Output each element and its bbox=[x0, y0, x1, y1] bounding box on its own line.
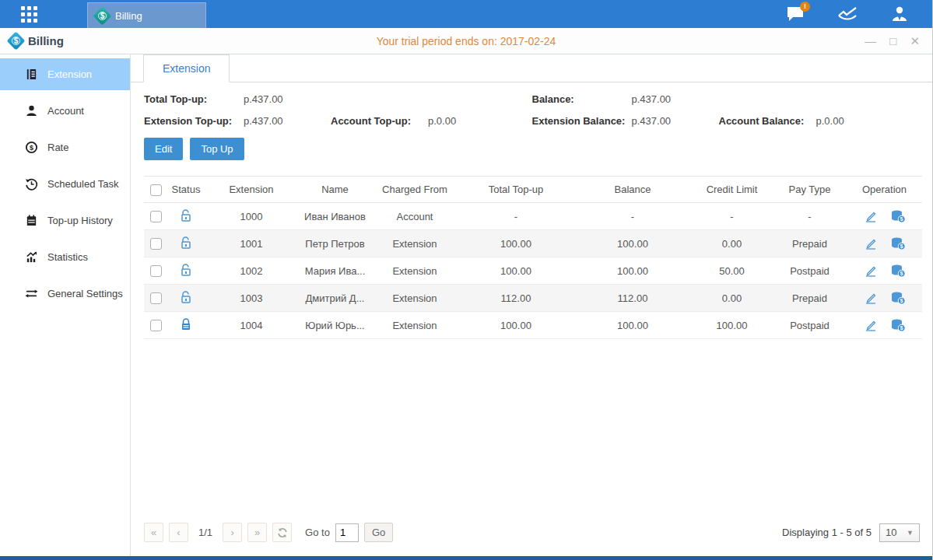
cell-charged-from: Extension bbox=[372, 230, 458, 257]
total-topup-value: p.437.00 bbox=[244, 93, 283, 105]
top-up-button[interactable]: Top Up bbox=[190, 138, 244, 160]
cell-name: Дмитрий Д... bbox=[298, 285, 372, 312]
summary-section: Total Top-up:p.437.00 Extension Top-up:p… bbox=[144, 93, 920, 127]
cell-balance: 112.00 bbox=[574, 285, 691, 312]
sidebar-item-rate[interactable]: $ Rate bbox=[0, 131, 130, 163]
edit-button[interactable]: Edit bbox=[144, 138, 183, 160]
table-row: 1000 Иван Иванов Account - - - - $ bbox=[144, 203, 922, 230]
col-status: Status bbox=[167, 177, 205, 203]
go-button[interactable]: Go bbox=[364, 523, 393, 542]
cell-charged-from: Extension bbox=[372, 312, 458, 339]
cell-pay-type: Postpaid bbox=[773, 257, 847, 285]
cell-balance: - bbox=[574, 203, 691, 230]
billing-window-icon: $ bbox=[6, 31, 25, 50]
cell-balance: 100.00 bbox=[574, 257, 691, 285]
window-title-group: $ Billing bbox=[0, 34, 64, 47]
unlocked-icon bbox=[180, 236, 192, 250]
line-chart-icon bbox=[837, 5, 858, 23]
dollar-circle-icon: $ bbox=[25, 141, 38, 154]
monitor-button[interactable] bbox=[837, 5, 858, 23]
balance-label: Balance: bbox=[532, 93, 632, 105]
cell-credit-limit: 0.00 bbox=[691, 285, 773, 312]
col-charged-from: Charged From bbox=[372, 177, 458, 203]
table-row: 1001 Петр Петров Extension 100.00 100.00… bbox=[144, 230, 922, 257]
main-panel: Extension Total Top-up:p.437.00 Extensio… bbox=[131, 54, 932, 556]
cell-name: Петр Петров bbox=[298, 230, 372, 257]
cell-pay-type: Prepaid bbox=[773, 230, 847, 257]
row-checkbox[interactable] bbox=[150, 265, 162, 277]
cell-name: Юрий Юрь... bbox=[298, 312, 372, 339]
account-button[interactable] bbox=[890, 5, 909, 23]
sidebar-item-statistics[interactable]: Statistics bbox=[0, 241, 130, 273]
extension-table: Status Extension Name Charged From Total… bbox=[144, 176, 922, 339]
first-page-button[interactable]: « bbox=[144, 523, 163, 542]
row-checkbox[interactable] bbox=[150, 238, 162, 250]
sidebar-item-label: General Settings bbox=[47, 288, 123, 299]
cell-total-topup: 100.00 bbox=[458, 257, 574, 285]
cell-extension: 1004 bbox=[205, 312, 298, 339]
cell-extension: 1001 bbox=[205, 230, 298, 257]
notifications-button[interactable]: ! bbox=[786, 5, 805, 23]
extension-balance-label: Extension Balance: bbox=[532, 115, 632, 127]
refresh-button[interactable] bbox=[272, 523, 292, 542]
topup-row-icon[interactable]: $ bbox=[890, 236, 906, 250]
unlocked-icon bbox=[180, 263, 192, 277]
col-name: Name bbox=[298, 177, 372, 203]
sidebar-item-topup-history[interactable]: Top-up History bbox=[0, 205, 130, 236]
cell-balance: 100.00 bbox=[574, 312, 691, 339]
maximize-button[interactable]: □ bbox=[889, 35, 896, 47]
total-topup-label: Total Top-up: bbox=[144, 93, 244, 105]
row-checkbox[interactable] bbox=[150, 320, 162, 331]
edit-row-icon[interactable] bbox=[864, 209, 878, 223]
cell-credit-limit: - bbox=[691, 203, 773, 230]
prev-page-button[interactable]: ‹ bbox=[169, 523, 188, 542]
cell-charged-from: Account bbox=[372, 203, 458, 230]
extension-topup-label: Extension Top-up: bbox=[144, 115, 244, 127]
edit-row-icon[interactable] bbox=[864, 264, 878, 278]
account-balance-value: p.0.00 bbox=[816, 115, 844, 127]
cell-pay-type: - bbox=[773, 203, 847, 230]
edit-row-icon[interactable] bbox=[864, 236, 878, 250]
topup-row-icon[interactable]: $ bbox=[890, 318, 906, 332]
close-button[interactable]: ✕ bbox=[910, 35, 920, 47]
app-launcher-button[interactable] bbox=[0, 0, 58, 28]
row-checkbox[interactable] bbox=[150, 211, 162, 222]
table-row: 1002 Мария Ива... Extension 100.00 100.0… bbox=[144, 257, 922, 285]
page-size-select[interactable]: 10▼ bbox=[879, 523, 920, 542]
notebook-icon bbox=[25, 214, 38, 227]
edit-row-icon[interactable] bbox=[864, 318, 878, 332]
row-checkbox[interactable] bbox=[150, 292, 162, 304]
page-size-value: 10 bbox=[886, 527, 896, 538]
sidebar-item-label: Top-up History bbox=[47, 215, 113, 226]
sidebar-item-general-settings[interactable]: General Settings bbox=[0, 278, 130, 310]
col-total-topup: Total Top-up bbox=[458, 177, 574, 203]
sidebar-item-extension[interactable]: Extension bbox=[0, 58, 130, 90]
edit-row-icon[interactable] bbox=[864, 291, 878, 305]
tab-extension[interactable]: Extension bbox=[143, 54, 230, 82]
next-page-button[interactable]: › bbox=[223, 523, 242, 542]
sidebar-item-account[interactable]: Account bbox=[0, 95, 130, 127]
table-header-row: Status Extension Name Charged From Total… bbox=[144, 177, 922, 203]
select-all-checkbox[interactable] bbox=[150, 184, 162, 196]
sidebar-item-scheduled-task[interactable]: Scheduled Task bbox=[0, 168, 130, 200]
desktop-bottom-edge bbox=[0, 556, 932, 560]
last-page-button[interactable]: » bbox=[247, 523, 267, 542]
chevron-down-icon: ▼ bbox=[907, 529, 914, 537]
sidebar-item-label: Statistics bbox=[47, 251, 88, 263]
cell-credit-limit: 100.00 bbox=[691, 312, 773, 339]
extension-topup-value: p.437.00 bbox=[244, 115, 331, 127]
cell-credit-limit: 50.00 bbox=[691, 257, 773, 285]
goto-page-input[interactable] bbox=[335, 523, 359, 542]
account-balance-label: Account Balance: bbox=[719, 115, 816, 127]
topup-row-icon[interactable]: $ bbox=[890, 209, 906, 223]
taskbar-tab-billing[interactable]: $ Billing bbox=[87, 2, 206, 28]
person-icon bbox=[25, 104, 38, 117]
topup-row-icon[interactable]: $ bbox=[890, 291, 906, 305]
topup-row-icon[interactable]: $ bbox=[890, 264, 906, 278]
minimize-button[interactable]: — bbox=[865, 35, 876, 47]
sidebar-item-label: Scheduled Task bbox=[47, 178, 119, 190]
displaying-text: Displaying 1 - 5 of 5 bbox=[782, 527, 872, 538]
cell-name: Мария Ива... bbox=[298, 257, 372, 285]
svg-text:$: $ bbox=[30, 144, 33, 152]
cell-total-topup: - bbox=[458, 203, 574, 230]
